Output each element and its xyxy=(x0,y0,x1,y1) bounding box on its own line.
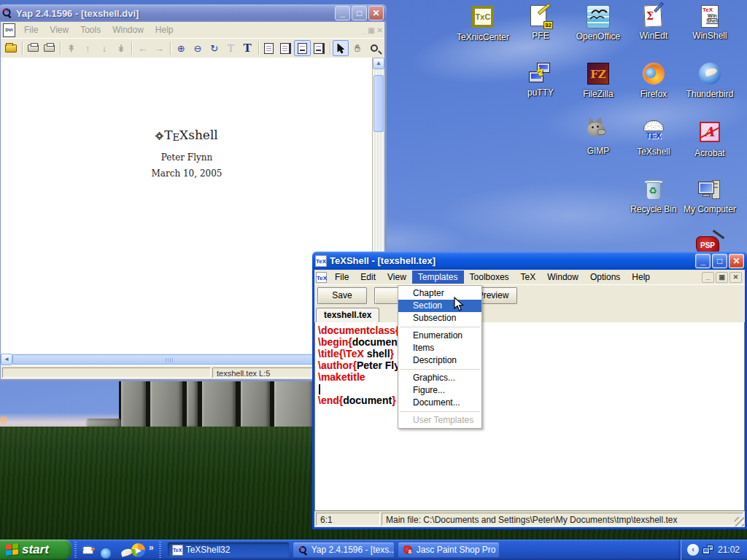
facing-pages-icon[interactable] xyxy=(277,40,294,56)
menu-toolboxes[interactable]: Toolboxes xyxy=(464,271,515,284)
menu-item-document[interactable]: Document... xyxy=(398,397,481,409)
tab-texshell-tex[interactable]: texshell.tex xyxy=(316,308,379,322)
next-page-icon[interactable]: ↓ xyxy=(96,40,113,56)
mdi-minimize-button[interactable]: _ xyxy=(702,272,714,283)
start-button[interactable]: start xyxy=(0,540,71,560)
menu-item-figure[interactable]: Figure... xyxy=(398,384,481,397)
desktop-icon-pfe[interactable]: 32 PFE xyxy=(513,4,568,41)
code-line[interactable]: \begin{document} xyxy=(318,336,744,348)
desktop-icon-winshell[interactable]: TeX Win Shell WinShell xyxy=(682,4,738,41)
resize-grip[interactable] xyxy=(735,517,744,526)
desktop-icon-openoffice[interactable]: OpenOffice xyxy=(570,4,626,42)
menu-help[interactable]: Help xyxy=(626,271,656,284)
menu-edit[interactable]: Edit xyxy=(355,271,382,284)
open-icon[interactable] xyxy=(3,40,20,56)
yap-menu-window[interactable]: Window xyxy=(107,23,150,36)
hand-icon[interactable]: ✋︎ xyxy=(349,40,365,56)
zoom-out-icon[interactable]: ⊖ xyxy=(189,40,206,56)
text-icon[interactable]: T xyxy=(239,40,256,56)
code-line[interactable]: \documentclass{ xyxy=(318,324,744,336)
tray-collapse-chevron-icon[interactable]: ‹ xyxy=(687,544,699,556)
desktop-icon-recycle-bin[interactable]: ♻ Recycle Bin xyxy=(626,178,681,214)
refresh-icon[interactable]: ↻ xyxy=(206,40,222,56)
back-icon[interactable]: ← xyxy=(134,40,151,56)
quicklaunch-overflow-chevron[interactable]: » xyxy=(149,542,154,553)
prev-page-icon[interactable]: ↑ xyxy=(80,40,96,56)
yap-hscroll-thumb[interactable] xyxy=(12,354,319,365)
last-page-icon[interactable]: ↡ xyxy=(113,40,130,56)
network-status-icon[interactable] xyxy=(703,545,714,555)
yap-menu-view[interactable]: View xyxy=(44,23,74,36)
yap-minimize-button[interactable]: _ xyxy=(335,6,350,20)
menu-templates[interactable]: Templates xyxy=(412,271,464,284)
texshell-minimize-button[interactable]: _ xyxy=(695,254,711,268)
desktop-icon-texshell[interactable]: TEX TeXshell xyxy=(626,120,681,157)
code-line[interactable]: \maketitle xyxy=(318,371,744,383)
magnifier-icon[interactable] xyxy=(365,40,382,56)
desktop-icon-putty[interactable]: ↯ puTTY xyxy=(513,61,568,98)
desktop-icon-firefox[interactable]: Firefox xyxy=(626,61,681,99)
code-line[interactable]: \author{Peter Fly xyxy=(318,359,744,371)
mdi-restore-button[interactable]: ▣ xyxy=(716,272,728,283)
desktop-icon-acrobat[interactable]: A Acrobat xyxy=(682,120,738,158)
yap-menu-tools[interactable]: Tools xyxy=(74,23,107,36)
menu-item-section[interactable]: Section xyxy=(398,300,481,312)
menu-item-enumeration[interactable]: Enumeration xyxy=(398,330,481,342)
first-page-icon[interactable]: ↟ xyxy=(63,40,80,56)
scroll-left-icon[interactable]: ◄ xyxy=(1,354,12,365)
code-line[interactable]: \end{document} xyxy=(318,394,744,406)
menu-item-graphics[interactable]: Graphics... xyxy=(398,372,481,384)
menu-file[interactable]: File xyxy=(329,271,355,284)
forward-icon[interactable]: → xyxy=(151,40,168,56)
taskbar-button-texshell32[interactable]: TeX TeXShell32 xyxy=(167,542,290,558)
yap-dvi-icon[interactable]: DVI xyxy=(3,23,15,37)
select-icon[interactable] xyxy=(333,40,349,56)
taskband-grip[interactable] xyxy=(159,542,161,558)
desktop-icon-filezilla[interactable]: FZ FileZilla xyxy=(570,61,626,99)
zoom-in-icon[interactable]: ⊕ xyxy=(173,40,190,56)
mdi-close-button[interactable]: ✕ xyxy=(729,272,742,283)
quicklaunch-grip[interactable] xyxy=(74,542,77,558)
thunderbird-quicklaunch-icon[interactable] xyxy=(115,543,128,557)
texshell-mdi-icon[interactable]: TeX xyxy=(316,272,327,283)
yap-close-button[interactable]: ✕ xyxy=(368,6,384,20)
yap-maximize-button[interactable]: □ xyxy=(352,6,367,20)
taskbar-button-paintshoppro[interactable]: 8 Jasc Paint Shop Pro xyxy=(398,542,500,558)
texshell-titlebar[interactable]: TeX TeXShell - [texshell.tex] _ □ ✕ xyxy=(312,252,747,270)
save-button[interactable]: Save xyxy=(317,287,367,304)
firefox-quicklaunch-icon[interactable] xyxy=(98,543,112,557)
yap-menu-help[interactable]: Help xyxy=(150,23,179,36)
ruler-icon[interactable]: T xyxy=(222,40,239,56)
outlook-express-icon[interactable] xyxy=(81,543,95,557)
desktop-icon-thunderbird[interactable]: Thunderbird xyxy=(682,61,738,99)
continuous-facing-icon[interactable] xyxy=(311,40,328,56)
texshell-maximize-button[interactable]: □ xyxy=(712,254,727,268)
code-line[interactable]: \title{\TeX shell} xyxy=(318,348,744,359)
desktop-icon-my-computer[interactable]: My Computer xyxy=(682,178,738,214)
menu-item-subsection[interactable]: Subsection xyxy=(398,312,481,324)
print-setup-icon[interactable] xyxy=(41,40,58,56)
menu-tex[interactable]: TeX xyxy=(515,271,542,284)
scroll-up-icon[interactable]: ▲ xyxy=(373,58,384,69)
desktop-icon-winedt[interactable]: Σ WinEdt xyxy=(626,4,681,41)
yap-menu-file[interactable]: File xyxy=(18,23,44,36)
menu-item-chapter[interactable]: Chapter xyxy=(398,287,481,300)
taskbar-button-yap[interactable]: Yap 2.4.1596 - [texs... xyxy=(293,542,395,558)
menu-window[interactable]: Window xyxy=(541,271,584,284)
yap-vscroll-thumb[interactable] xyxy=(374,75,384,132)
texshell-close-button[interactable]: ✕ xyxy=(729,254,744,268)
taskbar-clock[interactable]: 21:02 xyxy=(718,545,740,555)
print-icon[interactable] xyxy=(25,40,42,56)
menu-options[interactable]: Options xyxy=(584,271,626,284)
menu-item-items[interactable]: Items xyxy=(398,342,481,354)
code-editor[interactable]: \documentclass{\begin{document}\title{\T… xyxy=(314,322,745,511)
desktop-icon-gimp[interactable]: GIMP xyxy=(570,120,626,156)
single-page-icon[interactable] xyxy=(260,40,277,56)
code-line[interactable] xyxy=(318,383,744,394)
desktop-icon-texniccenter[interactable]: TxC TeXnicCenter xyxy=(455,4,511,42)
yap-titlebar[interactable]: Yap 2.4.1596 - [texshell.dvi] _ □ ✕ xyxy=(0,4,387,22)
continuous-page-icon[interactable] xyxy=(294,40,311,56)
menu-view[interactable]: View xyxy=(382,271,412,284)
media-player-icon[interactable]: ▶ xyxy=(131,543,145,557)
menu-item-description[interactable]: Description xyxy=(398,354,481,367)
